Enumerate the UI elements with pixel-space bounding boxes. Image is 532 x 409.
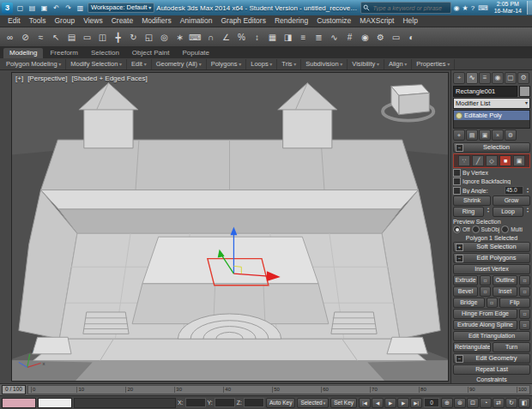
pin-stack-icon[interactable]: ⌖ — [453, 129, 465, 141]
hinge-settings-button[interactable]: □ — [519, 309, 530, 319]
hierarchy-tab-icon[interactable]: ≡ — [479, 72, 491, 84]
tab-modeling[interactable]: Modeling — [3, 48, 43, 58]
ribbon-panel[interactable]: Properties — [412, 59, 455, 69]
bridge-button[interactable]: Bridge — [453, 298, 485, 308]
preview-multi-radio[interactable] — [501, 226, 509, 233]
help-icon[interactable]: ? — [470, 3, 475, 14]
select-by-name-icon[interactable]: ▤ — [64, 30, 79, 45]
menu-item[interactable]: Modifiers — [137, 15, 175, 27]
zoom-extents-icon[interactable]: ⊡ — [467, 398, 479, 408]
search-input[interactable] — [372, 4, 449, 12]
play-icon[interactable]: ▶ — [384, 398, 396, 408]
outline-settings-button[interactable]: □ — [519, 275, 530, 286]
remove-modifier-icon[interactable]: × — [492, 129, 504, 141]
3ds-max-logo-icon[interactable]: 3 — [2, 3, 13, 14]
render-production-icon[interactable]: ◐ — [404, 30, 419, 45]
ribbon-panel[interactable]: Tris — [277, 59, 301, 69]
by-angle-field[interactable] — [505, 186, 523, 195]
coordinate-z-field[interactable] — [244, 398, 264, 407]
edit-geometry-rollout-header[interactable]: − Edit Geometry — [453, 353, 530, 364]
maxscript-mini-recorder[interactable] — [2, 398, 36, 408]
viewport-canvas[interactable]: x y — [12, 73, 448, 381]
inset-settings-button[interactable]: □ — [519, 286, 530, 297]
by-angle-spinner[interactable]: ▴ ▾ — [525, 187, 530, 194]
menu-item[interactable]: Edit — [3, 15, 25, 27]
spinner-down-icon[interactable]: ▾ — [525, 210, 530, 214]
set-key-button[interactable]: Set Key — [330, 398, 357, 408]
project-folder-icon[interactable]: ▥ — [75, 3, 86, 14]
menu-item[interactable]: Create — [107, 15, 138, 27]
extrude-along-spline-settings-button[interactable]: □ — [519, 320, 530, 330]
preview-off-radio[interactable] — [453, 226, 461, 233]
light-bulb-icon[interactable] — [456, 112, 462, 119]
ribbon-panel[interactable]: Modify Selection — [66, 59, 127, 69]
hinge-from-edge-button[interactable]: Hinge From Edge — [453, 309, 517, 319]
orbit-icon[interactable]: ↻ — [505, 398, 517, 408]
soft-selection-rollout-header[interactable]: + Soft Selection — [453, 242, 530, 252]
favorites-icon[interactable]: ★ — [462, 3, 469, 14]
grow-button[interactable]: Grow — [493, 195, 530, 206]
vertex-icon[interactable]: ∵ — [458, 155, 470, 166]
ignore-backfacing-checkbox[interactable] — [453, 177, 461, 185]
menu-item[interactable]: Views — [79, 15, 107, 27]
configure-modifier-sets-icon[interactable]: ⚙ — [505, 129, 517, 141]
object-color-swatch[interactable] — [519, 86, 530, 97]
auto-key-button[interactable]: Auto Key — [266, 398, 295, 408]
insert-vertex-button[interactable]: Insert Vertex — [453, 264, 530, 274]
select-object-icon[interactable]: ↖ — [49, 30, 63, 45]
spinner-snap-icon[interactable]: ↕ — [250, 30, 264, 45]
menu-item[interactable]: Graph Editors — [216, 15, 269, 27]
snaps-toggle-icon[interactable]: ∩ — [203, 30, 218, 45]
modifier-stack[interactable]: Editable Poly — [453, 110, 530, 129]
ribbon-panel[interactable]: Loops — [246, 59, 277, 69]
bevel-settings-button[interactable]: □ — [480, 286, 491, 297]
mirror-icon[interactable]: ◨ — [281, 30, 295, 45]
ribbon-panel[interactable]: Subdivision — [301, 59, 348, 69]
selection-region-icon[interactable]: ▭ — [80, 30, 94, 45]
edge-icon[interactable]: ╱ — [472, 155, 484, 166]
tab-selection[interactable]: Selection — [85, 48, 125, 58]
pan-icon[interactable]: ⇄ — [493, 398, 505, 408]
percent-snap-icon[interactable]: % — [234, 30, 249, 45]
turn-button[interactable]: Turn — [493, 342, 530, 352]
collapse-icon[interactable]: − — [456, 355, 463, 363]
outline-button[interactable]: Outline — [493, 275, 517, 286]
ribbon-panel[interactable]: Edit — [127, 59, 152, 69]
menu-item[interactable]: Tools — [25, 15, 51, 27]
ribbon-panel[interactable]: Polygons — [207, 59, 247, 69]
loop-button[interactable]: Loop — [493, 207, 523, 217]
taskbar-clock[interactable]: 2:05 PM 16-Mar-14 — [491, 1, 525, 15]
collapse-icon[interactable]: − — [456, 255, 463, 262]
create-tab-icon[interactable]: + — [453, 72, 465, 84]
layer-manager-icon[interactable]: ≣ — [311, 30, 326, 45]
extrude-button[interactable]: Extrude — [453, 275, 478, 286]
tab-object-paint[interactable]: Object Paint — [126, 48, 176, 58]
spinner-down-icon[interactable]: ▾ — [486, 210, 491, 214]
utilities-tab-icon[interactable]: ⚙ — [517, 72, 529, 84]
select-and-link-icon[interactable]: ∞ — [3, 30, 17, 45]
rendered-frame-icon[interactable]: ▭ — [389, 30, 403, 45]
make-unique-icon[interactable]: ▣ — [479, 129, 491, 141]
viewport-general-menu[interactable]: [+] — [15, 75, 23, 82]
edit-polygons-rollout-header[interactable]: − Edit Polygons — [453, 253, 530, 263]
viewport-pov-menu[interactable]: [Perspective] — [27, 75, 67, 82]
loop-spinner[interactable]: ▴ ▾ — [525, 207, 530, 217]
menu-item[interactable]: MAXScript — [355, 15, 398, 27]
select-and-move-icon[interactable]: ╋ — [111, 30, 125, 45]
curve-editor-icon[interactable]: ∿ — [327, 30, 342, 45]
retriangulate-button[interactable]: Retriangulate — [453, 342, 491, 352]
bridge-settings-button[interactable]: □ — [487, 298, 498, 308]
perspective-viewport[interactable]: x y [+] [Perspective] [Shaded + Edged Fa… — [11, 72, 449, 382]
coordinate-x-field[interactable] — [185, 398, 206, 407]
go-to-start-icon[interactable]: |◀ — [359, 398, 371, 408]
flip-button[interactable]: Flip — [499, 298, 531, 308]
render-setup-icon[interactable]: ⚙ — [373, 30, 388, 45]
polygon-icon[interactable]: ■ — [499, 155, 511, 166]
zoom-all-icon[interactable]: ⊛ — [454, 398, 466, 408]
new-scene-icon[interactable]: ▢ — [15, 3, 26, 14]
current-frame-field[interactable] — [424, 398, 439, 407]
display-tab-icon[interactable]: ▢ — [505, 72, 517, 84]
edit-named-sets-icon[interactable]: ▦ — [265, 30, 280, 45]
workspace-dropdown[interactable]: Workspace: Default ▾ — [88, 3, 154, 13]
ribbon-panel[interactable]: Geometry (All) — [152, 59, 207, 69]
